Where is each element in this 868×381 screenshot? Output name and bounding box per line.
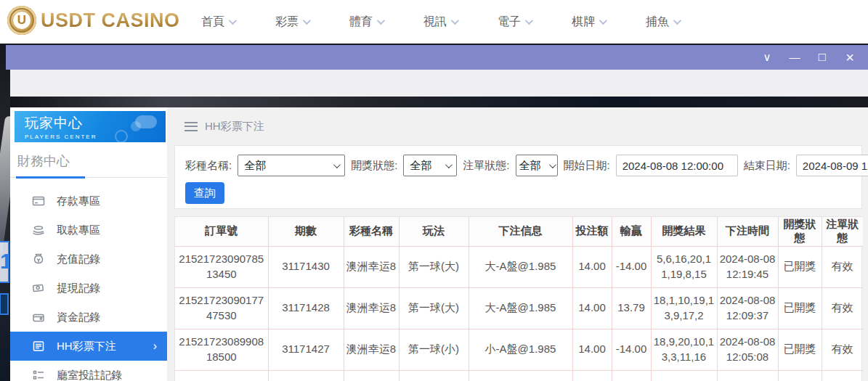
chevron-right-icon: › — [153, 340, 157, 353]
page-title: HH彩票下注 — [205, 120, 264, 134]
close-icon[interactable]: × — [842, 45, 858, 70]
nav-item-6[interactable]: 捕魚 — [638, 15, 687, 30]
table-cell — [612, 370, 651, 381]
chevron-down-icon — [303, 17, 311, 25]
table-cell — [651, 370, 717, 381]
nav-item-4[interactable]: 電子 — [490, 15, 539, 30]
players-center-header[interactable]: 玩家中心 PLAYERS CENTER — [15, 111, 166, 142]
nav-item-5[interactable]: 棋牌 — [564, 15, 613, 30]
inner-page-header-strip — [10, 97, 868, 107]
list-icon — [32, 369, 45, 381]
table-cell: 已開獎 — [778, 329, 822, 370]
sidebar-item-1[interactable]: 取款專區 — [10, 216, 167, 245]
sidebar-item-label: HH彩票下注 — [57, 340, 116, 353]
sidebar-item-label: 提現記錄 — [57, 282, 100, 295]
chevron-down-icon — [548, 161, 556, 168]
column-header-7: 開獎結果 — [651, 217, 717, 246]
lottery-type-select[interactable]: 全部 — [238, 155, 345, 176]
logo-text: USDT CASINO — [41, 9, 180, 32]
order-status-select[interactable]: 全部 — [516, 155, 558, 176]
start-date-label: 開始日期: — [564, 159, 610, 173]
table-cell: 14.00 — [572, 329, 612, 370]
nav-item-label: 體育 — [349, 15, 373, 30]
table-cell: 31171430 — [268, 246, 344, 287]
table-cell: 有效 — [822, 287, 863, 329]
order-status-value: 全部 — [519, 159, 541, 173]
sidebar-item-4[interactable]: 資金記錄 — [10, 303, 167, 332]
sidebar-item-3[interactable]: 提現記錄 — [10, 274, 167, 303]
purse-icon — [32, 311, 45, 324]
column-header-8: 下注時間 — [717, 217, 778, 246]
table-cell: -14.00 — [612, 246, 651, 287]
nav-item-3[interactable]: 視訊 — [415, 15, 465, 30]
draw-status-label: 開獎狀態: — [351, 159, 397, 173]
end-date-label: 結束日期: — [744, 159, 790, 173]
table-cell: 2024-08-08 12:05:08 — [717, 329, 778, 370]
chevron-down-icon — [525, 17, 533, 25]
column-header-10: 注單狀態 — [822, 217, 863, 246]
nav-item-1[interactable]: 彩票 — [267, 15, 317, 30]
start-date-input[interactable] — [616, 155, 738, 176]
chevron-down-icon — [333, 161, 341, 168]
sidebar-item-5[interactable]: HH彩票下注› — [10, 332, 167, 361]
finance-center-heading: 財務中心 — [10, 142, 167, 170]
table-cell: 第一球(小) — [399, 329, 469, 370]
section-divider — [10, 176, 167, 178]
table-cell: 第一球(大) — [399, 246, 469, 287]
nav-item-label: 首頁 — [201, 15, 224, 30]
gamepad-decoration-icon — [131, 121, 141, 131]
table-cell: 2024-08-08 12:09:37 — [717, 287, 778, 329]
table-cell: 31171428 — [268, 287, 344, 329]
maximize-icon[interactable]: □ — [814, 45, 830, 70]
breadcrumb: HH彩票下注 — [167, 107, 868, 145]
app-frame: 玩家中心 PLAYERS CENTER 財務中心 存款專區取款專區充值記錄提現記… — [10, 107, 868, 381]
table-cell: 澳洲幸运8 — [344, 329, 399, 370]
site-logo[interactable]: U USDT CASINO — [7, 6, 180, 35]
draw-status-select[interactable]: 全部 — [403, 155, 457, 176]
chevron-down-icon — [229, 17, 237, 25]
table-cell: 已開獎 — [778, 246, 822, 287]
column-header-2: 彩種名稱 — [344, 217, 399, 246]
coin-logo-icon: U — [7, 6, 36, 35]
gamepad-decoration-icon — [115, 130, 128, 142]
end-date-input[interactable] — [796, 155, 868, 176]
table-cell: 14.00 — [572, 287, 612, 329]
nav-item-label: 棋牌 — [572, 15, 595, 30]
search-button[interactable]: 查詢 — [185, 182, 224, 204]
table-cell — [399, 370, 469, 381]
column-header-3: 玩法 — [399, 217, 469, 246]
cash-note-icon — [32, 282, 45, 295]
table-cell: 有效 — [822, 329, 863, 370]
chevron-down-icon[interactable]: ∨ — [759, 45, 775, 70]
sidebar-item-0[interactable]: 存款專區 — [10, 187, 167, 216]
sidebar-item-label: 資金記錄 — [57, 311, 100, 324]
table-row-1: 215217230901774753031171428澳洲幸运8第一球(大)大-… — [175, 287, 863, 329]
background-banner: 1 — [0, 241, 9, 283]
menu-toggle-icon[interactable] — [184, 122, 198, 131]
table-header-row: 訂單號期數彩種名稱玩法下注信息投注額輸贏開獎結果下注時間開獎狀態注單狀態 — [175, 217, 863, 246]
lottery-type-label: 彩種名稱: — [185, 159, 232, 173]
column-header-4: 下注信息 — [469, 217, 572, 246]
sidebar-item-label: 廳室投註記錄 — [57, 369, 122, 381]
table-cell — [175, 370, 268, 381]
minimize-icon[interactable]: — — [787, 45, 803, 70]
nav-item-2[interactable]: 體育 — [341, 15, 391, 30]
sidebar-menu: 存款專區取款專區充值記錄提現記錄資金記錄HH彩票下注›廳室投註記錄 — [10, 187, 167, 381]
sidebar-item-2[interactable]: 充值記錄 — [10, 245, 167, 274]
table-row-0: 215217230907851345031171430澳洲幸运8第一球(大)大-… — [175, 246, 863, 287]
table-cell: 13.79 — [612, 287, 651, 329]
nav-item-label: 捕魚 — [646, 15, 669, 30]
table-cell: 第一球(大) — [399, 287, 469, 329]
content-area: HH彩票下注 彩種名稱: 全部 開獎狀態: 全部 — [167, 107, 868, 381]
table-cell — [717, 370, 778, 381]
site-header: U USDT CASINO 首頁彩票體育視訊電子棋牌捕魚 — [0, 0, 868, 44]
table-cell: 已開獎 — [778, 287, 822, 329]
chevron-down-icon — [445, 161, 453, 168]
background-badge — [0, 293, 9, 315]
table-cell: 5,6,16,20,11,19,8,15 — [651, 246, 717, 287]
bets-table: 訂單號期數彩種名稱玩法下注信息投注額輸贏開獎結果下注時間開獎狀態注單狀態 215… — [175, 217, 863, 381]
sidebar-item-label: 充值記錄 — [57, 253, 100, 266]
sidebar-item-6[interactable]: 廳室投註記錄 — [10, 361, 167, 381]
nav-item-0[interactable]: 首頁 — [193, 15, 243, 30]
column-header-9: 開獎狀態 — [778, 217, 822, 246]
